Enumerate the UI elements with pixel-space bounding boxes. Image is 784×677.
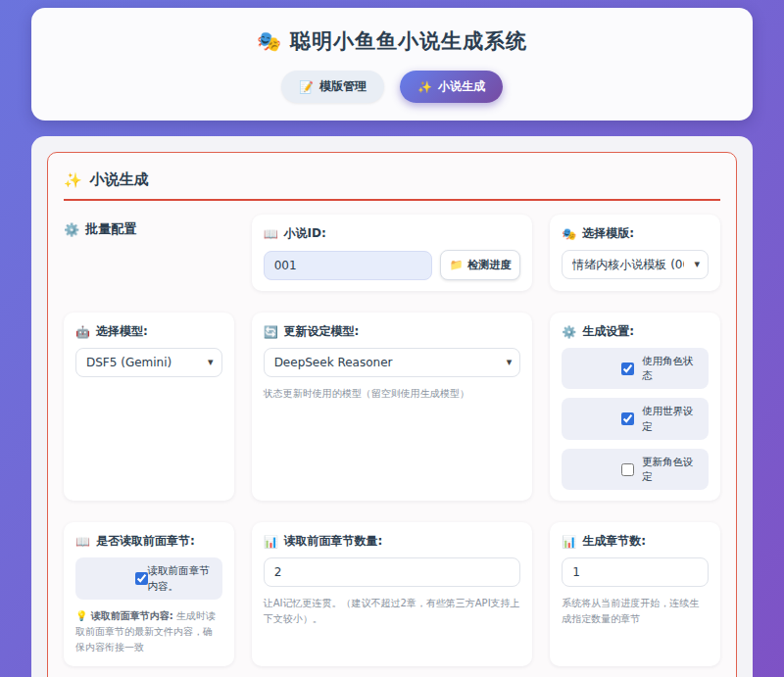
page: 🎭聪明小鱼鱼小说生成系统 📝 模版管理 ✨ 小说生成 ✨ 小说生成 bbox=[0, 0, 784, 677]
read-previous-box: 📖 是否读取前面章节: 读取前面章节内容。 💡 读取前面章节内容: 生成时读取前… bbox=[64, 522, 234, 665]
model-select-box: 🤖 选择模型: DSF5 (Gemini) ▾ bbox=[64, 313, 234, 501]
update-model-label: 🔄 更新设定模型: bbox=[264, 323, 521, 340]
masks-icon: 🎭 bbox=[257, 29, 282, 53]
read-previous-hint: 💡 读取前面章节内容: 生成时读取前面章节的最新文件内容，确保内容衔接一致 bbox=[75, 608, 222, 655]
sparkles-icon: ✨ bbox=[417, 80, 432, 94]
template-select-label-text: 选择模版: bbox=[582, 225, 634, 242]
chapter-count-input[interactable] bbox=[562, 557, 709, 587]
tab-template-label: 模版管理 bbox=[319, 78, 367, 95]
memo-icon: 📝 bbox=[299, 80, 314, 94]
update-model-hint: 状态更新时使用的模型（留空则使用生成模型） bbox=[264, 386, 521, 402]
bar-chart-icon: 📊 bbox=[562, 535, 576, 549]
generation-settings-label: ⚙️ 生成设置: bbox=[562, 323, 709, 340]
template-select[interactable]: 情绪内核小说模板 (002) bbox=[562, 250, 709, 279]
read-previous-label-text: 是否读取前面章节: bbox=[96, 533, 195, 550]
chapter-count-label-text: 生成章节数: bbox=[582, 533, 646, 550]
update-character-setting-label: 更新角色设定 bbox=[642, 455, 699, 484]
previous-count-hint: 让AI记忆更连贯。（建议不超过2章，有些第三方API支持上下文较小）。 bbox=[264, 596, 521, 627]
check-progress-label: 检测进度 bbox=[467, 258, 511, 272]
update-model-label-text: 更新设定模型: bbox=[284, 323, 360, 340]
chapter-count-hint: 系统将从当前进度开始，连续生成指定数量的章节 bbox=[562, 596, 709, 627]
section-title: ✨ 小说生成 bbox=[64, 167, 720, 201]
novel-id-input[interactable] bbox=[264, 251, 432, 280]
chapter-count-label: 📊 生成章节数: bbox=[562, 533, 709, 550]
check-progress-button[interactable]: 📁 检测进度 bbox=[440, 250, 521, 280]
read-previous-option-label: 读取前面章节内容。 bbox=[148, 563, 213, 593]
section-title-text: 小说生成 bbox=[90, 170, 149, 189]
model-select-label-text: 选择模型: bbox=[96, 323, 148, 340]
update-character-setting-row: 更新角色设定 bbox=[562, 449, 709, 490]
folder-icon: 📁 bbox=[450, 259, 464, 271]
book-icon: 📖 bbox=[264, 227, 278, 241]
novel-id-label: 📖 小说ID: bbox=[264, 225, 521, 242]
novel-generation-panel: ✨ 小说生成 ⚙️ 批量配置 📖 小说ID: bbox=[47, 152, 737, 677]
template-select-label: 🎭 选择模版: bbox=[562, 225, 709, 242]
update-model-select[interactable]: DeepSeek Reasoner bbox=[264, 348, 521, 377]
sparkles-icon: ✨ bbox=[64, 171, 82, 189]
template-select-box: 🎭 选择模版: 情绪内核小说模板 (002) ▾ bbox=[550, 215, 720, 291]
batch-config-heading-cell: ⚙️ 批量配置 bbox=[64, 215, 234, 291]
app-title-text: 聪明小鱼鱼小说生成系统 bbox=[290, 29, 527, 53]
app-header: 🎭聪明小鱼鱼小说生成系统 📝 模版管理 ✨ 小说生成 bbox=[31, 8, 753, 121]
read-previous-hint-title: 读取前面章节内容: bbox=[91, 610, 173, 621]
bar-chart-icon: 📊 bbox=[264, 535, 278, 549]
update-model-box: 🔄 更新设定模型: DeepSeek Reasoner ▾ 状态更新时使用的模型… bbox=[252, 313, 533, 501]
use-character-status-label: 使用角色状态 bbox=[642, 354, 699, 383]
read-previous-checkbox[interactable] bbox=[135, 572, 148, 585]
use-character-status-checkbox[interactable] bbox=[621, 363, 634, 375]
generation-settings-label-text: 生成设置: bbox=[582, 323, 634, 340]
refresh-icon: 🔄 bbox=[264, 325, 278, 339]
use-character-status-row: 使用角色状态 bbox=[562, 348, 709, 389]
model-select-wrap: DSF5 (Gemini) ▾ bbox=[75, 348, 222, 377]
chapter-count-box: 📊 生成章节数: 系统将从当前进度开始，连续生成指定数量的章节 bbox=[550, 522, 720, 665]
use-world-setting-checkbox[interactable] bbox=[621, 412, 634, 425]
app-title: 🎭聪明小鱼鱼小说生成系统 bbox=[51, 27, 733, 55]
main-tabs: 📝 模版管理 ✨ 小说生成 bbox=[51, 71, 733, 103]
novel-id-label-text: 小说ID: bbox=[284, 225, 326, 242]
batch-config-heading: ⚙️ 批量配置 bbox=[64, 215, 234, 238]
tab-novel-label: 小说生成 bbox=[438, 78, 485, 95]
config-grid: ⚙️ 批量配置 📖 小说ID: 📁 检测进度 bbox=[64, 215, 720, 666]
generation-settings-box: ⚙️ 生成设置: 使用角色状态 使用世界设定 更新角色设定 bbox=[550, 313, 720, 501]
tab-novel-generation[interactable]: ✨ 小说生成 bbox=[400, 71, 503, 103]
robot-icon: 🤖 bbox=[75, 325, 90, 339]
update-model-select-wrap: DeepSeek Reasoner ▾ bbox=[264, 348, 521, 377]
novel-id-box: 📖 小说ID: 📁 检测进度 bbox=[252, 215, 533, 291]
content-area: ✨ 小说生成 ⚙️ 批量配置 📖 小说ID: bbox=[31, 136, 753, 677]
tab-template-management[interactable]: 📝 模版管理 bbox=[281, 71, 384, 103]
novel-id-row: 📁 检测进度 bbox=[264, 250, 521, 280]
previous-count-label-text: 读取前面章节数量: bbox=[284, 533, 383, 550]
gear-icon: ⚙️ bbox=[64, 222, 79, 237]
previous-count-label: 📊 读取前面章节数量: bbox=[264, 533, 521, 550]
gear-icon: ⚙️ bbox=[562, 325, 576, 339]
lightbulb-icon: 💡 bbox=[75, 610, 87, 621]
use-world-setting-label: 使用世界设定 bbox=[642, 404, 699, 433]
read-previous-label: 📖 是否读取前面章节: bbox=[75, 533, 222, 550]
previous-count-box: 📊 读取前面章节数量: 让AI记忆更连贯。（建议不超过2章，有些第三方API支持… bbox=[252, 522, 533, 665]
update-character-setting-checkbox[interactable] bbox=[621, 463, 634, 476]
book-icon: 📖 bbox=[75, 535, 90, 549]
model-select-label: 🤖 选择模型: bbox=[75, 323, 222, 340]
model-select[interactable]: DSF5 (Gemini) bbox=[75, 348, 222, 377]
use-world-setting-row: 使用世界设定 bbox=[562, 398, 709, 439]
read-previous-row: 读取前面章节内容。 bbox=[75, 557, 222, 599]
previous-count-input[interactable] bbox=[264, 557, 521, 587]
batch-config-label: 批量配置 bbox=[85, 220, 136, 238]
masks-icon: 🎭 bbox=[562, 227, 576, 241]
template-select-wrap: 情绪内核小说模板 (002) ▾ bbox=[562, 250, 709, 279]
